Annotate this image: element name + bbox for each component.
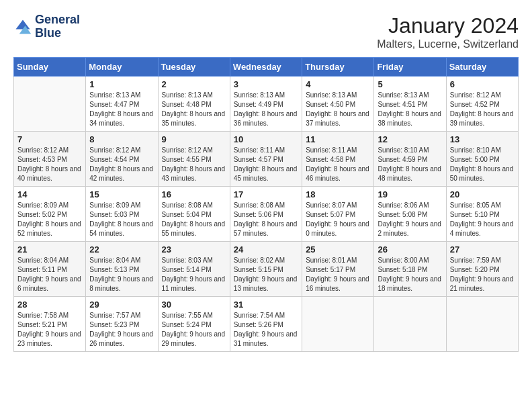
calendar-cell: 5Sunrise: 8:13 AMSunset: 4:51 PMDaylight…: [374, 77, 446, 132]
calendar-cell: [14, 77, 86, 132]
day-number: 11: [306, 134, 370, 144]
calendar-cell: 31Sunrise: 7:54 AMSunset: 5:26 PMDayligh…: [230, 297, 302, 352]
calendar-cell: [446, 297, 518, 352]
header-tuesday: Tuesday: [158, 58, 230, 77]
day-number: 13: [450, 134, 515, 144]
day-number: 25: [306, 244, 370, 255]
day-info: Sunrise: 8:10 AMSunset: 5:00 PMDaylight:…: [450, 146, 515, 183]
calendar-cell: 30Sunrise: 7:55 AMSunset: 5:24 PMDayligh…: [158, 297, 230, 352]
day-number: 26: [378, 244, 442, 255]
calendar-table: Sunday Monday Tuesday Wednesday Thursday…: [13, 57, 519, 352]
calendar-cell: 4Sunrise: 8:13 AMSunset: 4:50 PMDaylight…: [302, 77, 374, 132]
day-info: Sunrise: 8:13 AMSunset: 4:47 PMDaylight:…: [89, 91, 154, 128]
day-number: 31: [234, 300, 298, 310]
day-number: 16: [162, 189, 226, 199]
header-thursday: Thursday: [302, 58, 374, 77]
page-header: General Blue January 2024 Malters, Lucer…: [13, 13, 519, 50]
day-number: 6: [450, 79, 515, 89]
day-info: Sunrise: 7:54 AMSunset: 5:26 PMDaylight:…: [234, 311, 298, 349]
calendar-cell: 25Sunrise: 8:01 AMSunset: 5:17 PMDayligh…: [302, 242, 374, 297]
day-number: 10: [234, 134, 298, 144]
day-info: Sunrise: 8:02 AMSunset: 5:15 PMDaylight:…: [234, 256, 298, 293]
calendar-cell: 15Sunrise: 8:09 AMSunset: 5:03 PMDayligh…: [86, 187, 158, 242]
day-info: Sunrise: 8:09 AMSunset: 5:02 PMDaylight:…: [17, 201, 82, 238]
day-number: 17: [234, 189, 298, 199]
header-monday: Monday: [86, 58, 158, 77]
day-number: 27: [450, 244, 515, 255]
calendar-title: January 2024: [377, 13, 519, 38]
logo: General Blue: [13, 13, 80, 40]
calendar-week-row: 28Sunrise: 7:58 AMSunset: 5:21 PMDayligh…: [14, 297, 519, 352]
day-info: Sunrise: 8:03 AMSunset: 5:14 PMDaylight:…: [162, 256, 226, 293]
calendar-cell: 1Sunrise: 8:13 AMSunset: 4:47 PMDaylight…: [86, 77, 158, 132]
calendar-cell: 19Sunrise: 8:06 AMSunset: 5:08 PMDayligh…: [374, 187, 446, 242]
day-number: 5: [378, 79, 442, 89]
calendar-cell: 21Sunrise: 8:04 AMSunset: 5:11 PMDayligh…: [14, 242, 86, 297]
day-info: Sunrise: 8:01 AMSunset: 5:17 PMDaylight:…: [306, 256, 370, 293]
calendar-cell: 18Sunrise: 8:07 AMSunset: 5:07 PMDayligh…: [302, 187, 374, 242]
day-number: 23: [162, 244, 226, 255]
calendar-week-row: 21Sunrise: 8:04 AMSunset: 5:11 PMDayligh…: [14, 242, 519, 297]
day-info: Sunrise: 8:12 AMSunset: 4:55 PMDaylight:…: [162, 146, 226, 183]
day-info: Sunrise: 8:13 AMSunset: 4:50 PMDaylight:…: [306, 91, 370, 128]
calendar-cell: 11Sunrise: 8:11 AMSunset: 4:58 PMDayligh…: [302, 132, 374, 187]
calendar-cell: 9Sunrise: 8:12 AMSunset: 4:55 PMDaylight…: [158, 132, 230, 187]
day-info: Sunrise: 8:13 AMSunset: 4:51 PMDaylight:…: [378, 91, 442, 128]
calendar-cell: 8Sunrise: 8:12 AMSunset: 4:54 PMDaylight…: [86, 132, 158, 187]
calendar-cell: 6Sunrise: 8:12 AMSunset: 4:52 PMDaylight…: [446, 77, 518, 132]
header-sunday: Sunday: [14, 58, 86, 77]
calendar-week-row: 1Sunrise: 8:13 AMSunset: 4:47 PMDaylight…: [14, 77, 519, 132]
calendar-subtitle: Malters, Lucerne, Switzerland: [377, 38, 519, 50]
calendar-cell: 14Sunrise: 8:09 AMSunset: 5:02 PMDayligh…: [14, 187, 86, 242]
header-saturday: Saturday: [446, 58, 518, 77]
calendar-cell: 23Sunrise: 8:03 AMSunset: 5:14 PMDayligh…: [158, 242, 230, 297]
calendar-cell: 2Sunrise: 8:13 AMSunset: 4:48 PMDaylight…: [158, 77, 230, 132]
day-number: 12: [378, 134, 442, 144]
day-info: Sunrise: 8:11 AMSunset: 4:58 PMDaylight:…: [306, 146, 370, 183]
calendar-cell: 13Sunrise: 8:10 AMSunset: 5:00 PMDayligh…: [446, 132, 518, 187]
day-info: Sunrise: 8:08 AMSunset: 5:06 PMDaylight:…: [234, 201, 298, 238]
weekday-header-row: Sunday Monday Tuesday Wednesday Thursday…: [14, 58, 519, 77]
day-info: Sunrise: 7:59 AMSunset: 5:20 PMDaylight:…: [450, 256, 515, 293]
day-number: 4: [306, 79, 370, 89]
day-number: 21: [17, 244, 82, 255]
calendar-cell: 28Sunrise: 7:58 AMSunset: 5:21 PMDayligh…: [14, 297, 86, 352]
day-number: 29: [89, 300, 154, 310]
day-info: Sunrise: 8:07 AMSunset: 5:07 PMDaylight:…: [306, 201, 370, 238]
day-info: Sunrise: 8:00 AMSunset: 5:18 PMDaylight:…: [378, 256, 442, 293]
calendar-cell: 12Sunrise: 8:10 AMSunset: 4:59 PMDayligh…: [374, 132, 446, 187]
day-number: 3: [234, 79, 298, 89]
svg-marker-0: [16, 19, 30, 29]
day-info: Sunrise: 8:12 AMSunset: 4:54 PMDaylight:…: [89, 146, 154, 183]
day-number: 7: [17, 134, 82, 144]
calendar-cell: 10Sunrise: 8:11 AMSunset: 4:57 PMDayligh…: [230, 132, 302, 187]
day-number: 24: [234, 244, 298, 255]
calendar-cell: 29Sunrise: 7:57 AMSunset: 5:23 PMDayligh…: [86, 297, 158, 352]
calendar-cell: 7Sunrise: 8:12 AMSunset: 4:53 PMDaylight…: [14, 132, 86, 187]
calendar-cell: 20Sunrise: 8:05 AMSunset: 5:10 PMDayligh…: [446, 187, 518, 242]
calendar-cell: [374, 297, 446, 352]
calendar-cell: 22Sunrise: 8:04 AMSunset: 5:13 PMDayligh…: [86, 242, 158, 297]
calendar-cell: [302, 297, 374, 352]
day-number: 30: [162, 300, 226, 310]
day-info: Sunrise: 8:12 AMSunset: 4:52 PMDaylight:…: [450, 91, 515, 128]
day-number: 20: [450, 189, 515, 199]
day-info: Sunrise: 7:55 AMSunset: 5:24 PMDaylight:…: [162, 311, 226, 349]
day-info: Sunrise: 8:11 AMSunset: 4:57 PMDaylight:…: [234, 146, 298, 183]
day-number: 9: [162, 134, 226, 144]
day-number: 2: [162, 79, 226, 89]
day-number: 1: [89, 79, 154, 89]
day-number: 28: [17, 300, 82, 310]
day-info: Sunrise: 8:13 AMSunset: 4:49 PMDaylight:…: [234, 91, 298, 128]
day-number: 15: [89, 189, 154, 199]
header-wednesday: Wednesday: [230, 58, 302, 77]
day-info: Sunrise: 8:13 AMSunset: 4:48 PMDaylight:…: [162, 91, 226, 128]
day-info: Sunrise: 8:04 AMSunset: 5:13 PMDaylight:…: [89, 256, 154, 293]
day-info: Sunrise: 7:57 AMSunset: 5:23 PMDaylight:…: [89, 311, 154, 349]
calendar-week-row: 7Sunrise: 8:12 AMSunset: 4:53 PMDaylight…: [14, 132, 519, 187]
logo-text: General Blue: [35, 13, 80, 40]
day-info: Sunrise: 8:06 AMSunset: 5:08 PMDaylight:…: [378, 201, 442, 238]
calendar-cell: 26Sunrise: 8:00 AMSunset: 5:18 PMDayligh…: [374, 242, 446, 297]
day-info: Sunrise: 8:09 AMSunset: 5:03 PMDaylight:…: [89, 201, 154, 238]
day-info: Sunrise: 8:04 AMSunset: 5:11 PMDaylight:…: [17, 256, 82, 293]
